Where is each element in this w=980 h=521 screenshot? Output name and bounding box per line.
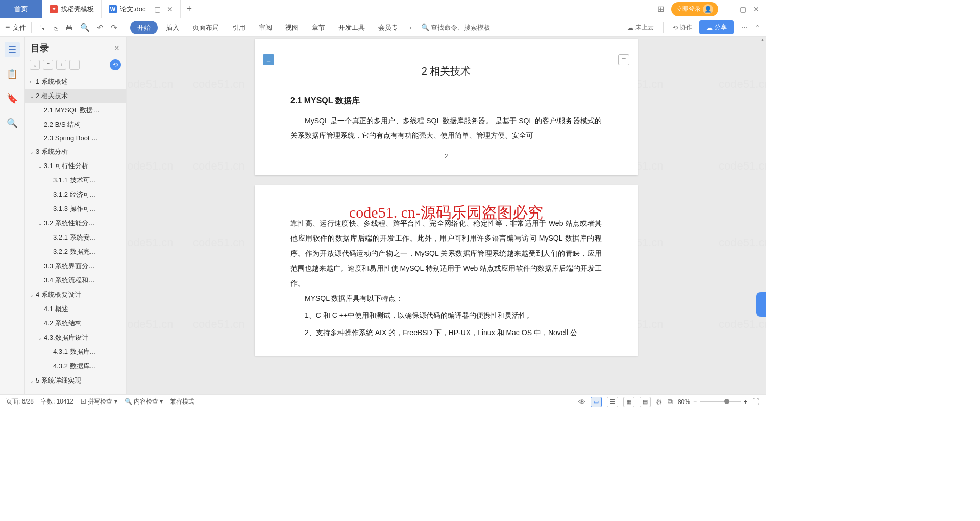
paragraph: MySQL 是一个真正的多用户、多线程 SQL 数据库服务器。 是基于 SQL … [290,113,602,144]
outline-item[interactable]: ⌄4 系统概要设计 [24,288,126,302]
menu-review[interactable]: 审阅 [254,23,277,32]
template-icon: ✦ [50,5,58,13]
page-options-icon[interactable]: ≡ [618,54,629,65]
outline-tree: ›1 系统概述⌄2 相关技术2.1 MYSQL 数据…2.2 B/S 结构2.3… [24,75,126,394]
status-page[interactable]: 页面: 6/28 [6,397,34,406]
ruler-icon[interactable]: ⧉ [668,397,673,406]
outline-item[interactable]: 3.1.1 技术可… [24,173,126,187]
outline-add-icon[interactable]: + [56,60,66,70]
tab-close-icon[interactable]: ✕ [167,5,173,13]
page: ≡ ≡ 2 相关技术 2.1 MYSQL 数据库 MySQL 是一个真正的多用户… [255,39,638,175]
outline-item[interactable]: ⌄3.1 可行性分析 [24,159,126,173]
outline-item[interactable]: 3.4 系统流程和… [24,273,126,288]
outline-item[interactable]: 3.1.2 经济可… [24,187,126,202]
side-handle[interactable] [756,292,766,317]
minimize-icon[interactable]: ― [725,5,732,13]
outline-close-icon[interactable]: ✕ [114,44,120,52]
view-page-icon[interactable]: ▭ [591,397,602,407]
outline-item[interactable]: 4.1 概述 [24,302,126,316]
heading-1: 2 相关技术 [290,64,602,78]
outline-remove-icon[interactable]: − [69,60,80,70]
menu-insert[interactable]: 插入 [161,23,184,32]
outline-item[interactable]: ⌄4.3.数据库设计 [24,330,126,345]
menu-devtools[interactable]: 开发工具 [333,23,370,32]
scroll-up-icon[interactable]: ▴ [758,37,766,44]
share-button[interactable]: ☁ 分享 [699,20,734,34]
outline-item[interactable]: ›1 系统概述 [24,75,126,89]
preview-icon[interactable]: 🔍 [78,23,92,32]
document-area[interactable]: code51.cncode51.cncode51.cncode51.cncode… [127,37,766,394]
eye-icon[interactable]: 👁 [578,398,585,406]
maximize-icon[interactable]: ▢ [740,5,746,13]
undo-icon[interactable]: ↶ [95,23,106,32]
new-tab-button[interactable]: + [181,4,199,14]
settings-icon[interactable]: ⚙ [656,398,663,406]
print-icon[interactable]: 🖶 [63,23,75,32]
status-spellcheck[interactable]: ☑ 拼写检查 ▾ [81,397,117,406]
menu-member[interactable]: 会员专 [373,23,403,32]
menu-more-icon[interactable]: ⋯ [741,23,748,31]
outline-title: 目录 [31,42,49,54]
status-contentcheck[interactable]: 🔍 内容检查 ▾ [125,397,163,406]
zoom-slider[interactable] [700,401,741,402]
fullscreen-icon[interactable]: ⛶ [752,398,760,406]
outline-item[interactable]: 3.2.1 系统安… [24,230,126,245]
outline-expand-all-icon[interactable]: ⌃ [43,60,53,70]
zoom-out-icon[interactable]: − [693,398,697,406]
outline-item[interactable]: 3.1.3 操作可… [24,202,126,216]
tab-document[interactable]: W 论文.doc ▢ ✕ [102,0,181,18]
login-button[interactable]: 立即登录 👤 [671,2,718,16]
outline-item[interactable]: 3.3 系统界面分… [24,259,126,273]
outline-item[interactable]: 2.2 B/S 结构 [24,117,126,132]
zoom-in-icon[interactable]: + [744,398,747,406]
tab-templates[interactable]: ✦ 找稻壳模板 [42,0,102,18]
menu-file[interactable]: 文件 [13,23,26,32]
tab-home[interactable]: 首页 [0,0,42,18]
menubar: ≡ 文件 🖫 ⎘ 🖶 🔍 ↶ ↷ 开始 插入 页面布局 引用 审阅 视图 章节 … [0,18,766,37]
outline-item[interactable]: ⌄2 相关技术 [24,89,126,103]
outline-item[interactable]: 4.2 系统结构 [24,316,126,330]
page: 靠性高、运行速度快、多线程、跨平台性、完全网络化、稳定性等，非常适用于 Web … [255,185,638,356]
menu-scroll-right-icon[interactable]: › [406,23,414,31]
outline-item[interactable]: 3.2.2 数据完… [24,245,126,259]
view-outline-icon[interactable]: ☰ [607,397,618,407]
view-web-icon[interactable]: ▦ [623,397,634,407]
search-icon[interactable]: 🔍 [5,115,20,131]
outline-collapse-all-icon[interactable]: ⌄ [30,60,40,70]
cloud-status[interactable]: ☁ 未上云 [627,23,654,32]
outline-view-icon[interactable]: ☰ [5,42,20,57]
menu-reference[interactable]: 引用 [227,23,251,32]
zoom-control[interactable]: 80% − + [678,398,747,406]
menu-collapse-icon[interactable]: ⌃ [755,23,761,31]
outline-item[interactable]: 2.1 MYSQL 数据… [24,103,126,117]
outline-item[interactable]: ⌄5 系统详细实现 [24,373,126,388]
outline-item[interactable]: 2.3 Spring Boot … [24,132,126,145]
outline-item[interactable]: 4.3.2 数据库… [24,359,126,373]
saveas-icon[interactable]: ⎘ [52,23,60,32]
view-read-icon[interactable]: ▤ [640,397,651,407]
collab-button[interactable]: ⟲ 协作 [673,23,692,32]
outline-panel: 目录 ✕ ⌄ ⌃ + − ⟲ ›1 系统概述⌄2 相关技术2.1 MYSQL 数… [24,37,127,394]
outline-item[interactable]: ⌄3 系统分析 [24,145,126,159]
outline-sync-icon[interactable]: ⟲ [110,59,121,70]
status-words[interactable]: 字数: 10412 [41,397,74,406]
paragraph: MYSQL 数据库具有以下特点： [290,291,602,306]
clipboard-icon[interactable]: 📋 [5,66,20,82]
menu-layout[interactable]: 页面布局 [187,23,224,32]
bookmark-icon[interactable]: 🔖 [5,91,20,106]
save-icon[interactable]: 🖫 [37,23,48,32]
outline-item[interactable]: ⌄3.2 系统性能分… [24,216,126,230]
page-tool-icon[interactable]: ≡ [263,54,274,65]
redo-icon[interactable]: ↷ [109,23,119,32]
page-number: 2 [290,153,602,160]
close-icon[interactable]: ✕ [753,5,760,13]
tab-window-icon[interactable]: ▢ [154,5,161,13]
outline-item[interactable]: 4.3.1 数据库… [24,345,126,359]
menu-chapter[interactable]: 章节 [307,23,330,32]
menu-search[interactable]: 🔍 查找命令、搜索模板 [421,23,491,32]
statusbar: 页面: 6/28 字数: 10412 ☑ 拼写检查 ▾ 🔍 内容检查 ▾ 兼容模… [0,394,766,409]
hamburger-icon[interactable]: ≡ [5,23,10,32]
menu-view[interactable]: 视图 [280,23,304,32]
menu-start[interactable]: 开始 [130,21,158,34]
apps-icon[interactable]: ⊞ [657,4,664,14]
